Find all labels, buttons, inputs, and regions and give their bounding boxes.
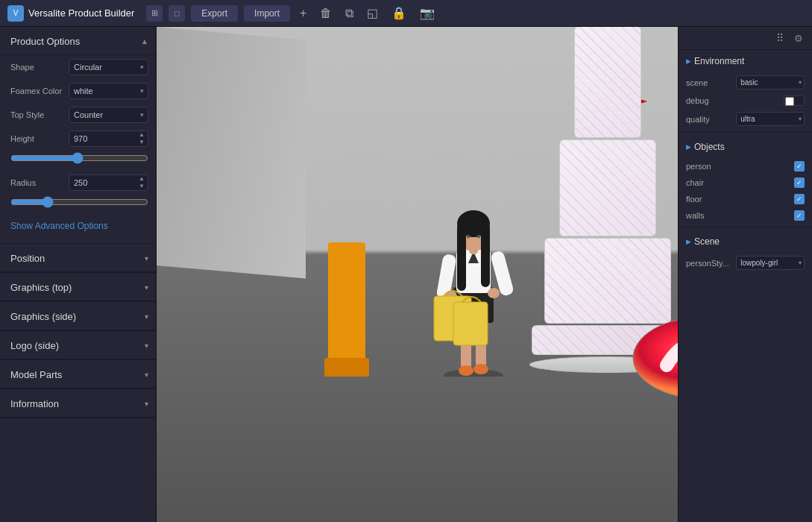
export-button[interactable]: Export xyxy=(191,5,238,22)
logo-side-chevron: ▾ xyxy=(145,342,148,350)
svg-point-12 xyxy=(459,365,473,376)
radius-label: Radius xyxy=(10,178,64,187)
shape-label: Shape xyxy=(10,63,64,72)
information-header[interactable]: Information ▾ xyxy=(0,389,156,418)
model-parts-label: Model Parts xyxy=(10,369,62,380)
drag-handle-icon[interactable]: ⠿ xyxy=(773,31,787,45)
chair-row: chair ✓ xyxy=(679,174,812,191)
model-parts-header[interactable]: Model Parts ▾ xyxy=(0,360,156,389)
floor-checkbox[interactable]: ✓ xyxy=(794,194,805,204)
left-sidebar: Product Options ▲ Shape Circular Square … xyxy=(0,27,157,522)
svg-point-13 xyxy=(473,364,488,374)
svg-point-20 xyxy=(488,288,500,298)
top-style-label: Top Style xyxy=(10,110,64,119)
radius-up-btn[interactable]: ▲ xyxy=(136,175,147,183)
person-style-select-wrapper: lowpoly-girl lowpoly-boy realistic xyxy=(736,256,805,270)
import-button[interactable]: Import xyxy=(244,5,290,22)
brand-icon: V xyxy=(7,5,24,22)
window-icon-btn[interactable]: □ xyxy=(169,5,185,22)
scene-select[interactable]: basic studio outdoor xyxy=(736,75,805,89)
height-up-btn[interactable]: ▲ xyxy=(136,131,147,139)
radius-slider-row xyxy=(0,195,156,215)
height-spinners: ▲ ▼ xyxy=(136,131,147,146)
logo-side-label: Logo (side) xyxy=(10,340,59,351)
svg-rect-22 xyxy=(453,302,488,345)
product-options-section: Product Options ▲ Shape Circular Square … xyxy=(0,27,156,244)
top-style-select[interactable]: Counter Flat Dome xyxy=(69,107,148,123)
environment-header[interactable]: ▶ Environment xyxy=(679,50,812,72)
graphics-top-header[interactable]: Graphics (top) ▾ xyxy=(0,273,156,301)
shape-select[interactable]: Circular Square Rectangular xyxy=(69,59,148,75)
logo-side-header[interactable]: Logo (side) ▾ xyxy=(0,331,156,359)
top-style-select-wrapper: Counter Flat Dome xyxy=(69,107,148,123)
svg-rect-1 xyxy=(324,358,369,377)
radius-down-btn[interactable]: ▼ xyxy=(136,183,147,190)
height-row: Height 970 ▲ ▼ xyxy=(0,127,156,151)
graphics-side-chevron: ▾ xyxy=(145,312,148,321)
floor-row: floor ✓ xyxy=(679,191,812,207)
person-style-select[interactable]: lowpoly-girl lowpoly-boy realistic xyxy=(736,256,805,270)
scene-select-wrapper: basic studio outdoor xyxy=(736,75,805,89)
quality-row: quality ultra high medium low xyxy=(679,109,812,129)
foamex-color-select[interactable]: white black grey xyxy=(69,83,148,99)
top-style-row: Top Style Counter Flat Dome xyxy=(0,103,156,127)
foamex-color-select-wrapper: white black grey xyxy=(69,83,148,99)
height-slider-row xyxy=(0,151,156,171)
objects-collapse-icon: ▶ xyxy=(686,143,691,151)
model-parts-chevron: ▾ xyxy=(145,371,148,379)
graphics-top-section: Graphics (top) ▾ xyxy=(0,273,156,302)
person-row: person ✓ xyxy=(679,158,812,174)
brand-name: Versalite Product Builder xyxy=(28,7,134,19)
height-slider[interactable] xyxy=(10,152,148,164)
person-checkbox[interactable]: ✓ xyxy=(794,161,805,172)
add-icon-btn[interactable]: + xyxy=(296,5,310,22)
radius-row: Radius 250 ▲ ▼ xyxy=(0,171,156,195)
height-down-btn[interactable]: ▼ xyxy=(136,139,147,146)
svg-point-9 xyxy=(444,369,503,377)
right-panel: ⠿ ⚙ ▶ Environment scene basic studio out… xyxy=(678,27,812,522)
floor-label: floor xyxy=(686,195,790,204)
quality-select[interactable]: ultra high medium low xyxy=(736,112,805,126)
scene-label: scene xyxy=(686,78,731,87)
scene-left-wall xyxy=(157,27,306,278)
debug-row: debug xyxy=(679,92,812,109)
debug-checkbox[interactable] xyxy=(785,97,794,106)
scene-section-header[interactable]: ▶ Scene xyxy=(679,230,812,253)
cut-icon-btn[interactable]: ◱ xyxy=(363,4,382,22)
position-header[interactable]: Position ▾ xyxy=(0,244,156,272)
svg-rect-27 xyxy=(481,224,490,287)
foamex-color-label: Foamex Color xyxy=(10,87,64,95)
delete-icon-btn[interactable]: 🗑 xyxy=(316,5,336,22)
graphics-top-label: Graphics (top) xyxy=(10,282,72,293)
copy-icon-btn[interactable]: ⧉ xyxy=(342,5,357,22)
svg-point-28 xyxy=(467,235,470,239)
position-chevron: ▾ xyxy=(145,254,148,262)
svg-point-29 xyxy=(477,235,480,239)
grid-icon-btn[interactable]: ⊞ xyxy=(146,5,163,22)
camera-icon-btn[interactable]: 📷 xyxy=(416,4,438,22)
graphics-side-header[interactable]: Graphics (side) ▾ xyxy=(0,302,156,330)
lock-icon-btn[interactable]: 🔒 xyxy=(388,4,410,22)
scene-section-collapse-icon: ▶ xyxy=(686,238,691,245)
graphics-top-chevron: ▾ xyxy=(145,283,148,292)
objects-header[interactable]: ▶ Objects xyxy=(679,136,812,158)
person-style-row: personSty... lowpoly-girl lowpoly-boy re… xyxy=(679,253,812,273)
rp-settings-icon[interactable]: ⚙ xyxy=(791,31,806,45)
position-section: Position ▾ xyxy=(0,244,156,273)
radius-slider[interactable] xyxy=(10,196,148,208)
environment-collapse-icon: ▶ xyxy=(686,57,691,65)
chair-checkbox[interactable]: ✓ xyxy=(794,177,805,188)
radius-input-wrapper: 250 ▲ ▼ xyxy=(69,174,148,191)
debug-label: debug xyxy=(686,96,779,105)
shape-select-wrapper: Circular Square Rectangular xyxy=(69,59,148,75)
show-advanced-options[interactable]: Show Advanced Options xyxy=(0,215,156,237)
person-label: person xyxy=(686,162,790,171)
topbar: V Versalite Product Builder ⊞ □ Export I… xyxy=(0,0,812,27)
graphics-side-section: Graphics (side) ▾ xyxy=(0,302,156,331)
information-chevron: ▾ xyxy=(145,400,148,408)
product-options-header[interactable]: Product Options ▲ xyxy=(0,27,156,55)
walls-checkbox[interactable]: ✓ xyxy=(794,210,805,221)
environment-label: Environment xyxy=(694,56,744,66)
svg-rect-0 xyxy=(328,242,365,362)
walls-row: walls ✓ xyxy=(679,207,812,224)
